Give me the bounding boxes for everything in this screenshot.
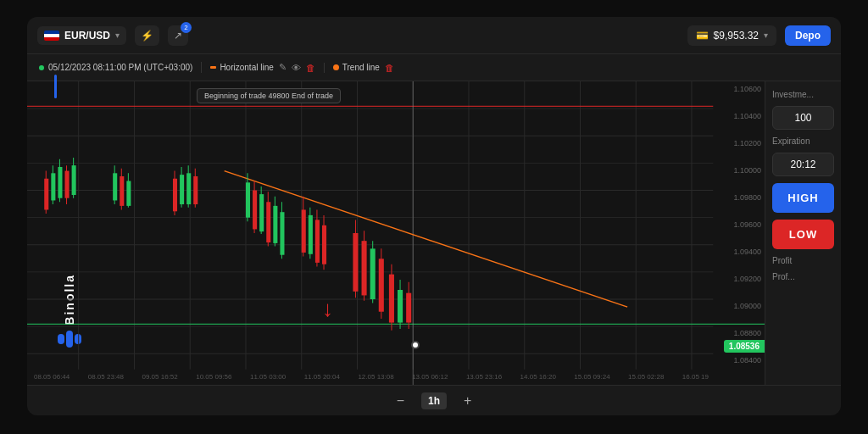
balance-value: $9,953.32 bbox=[714, 30, 759, 42]
time-9: 14.05 16:20 bbox=[520, 373, 556, 381]
live-dot bbox=[39, 65, 44, 70]
price-label-3: 1.10000 bbox=[719, 166, 761, 175]
svg-rect-53 bbox=[246, 182, 250, 217]
xaxis: 08.05 06:44 08.05 23:48 09.05 16:52 10.0… bbox=[27, 368, 715, 385]
high-button[interactable]: HIGH bbox=[772, 183, 834, 213]
chart-area: Beginning of trade 49800 End of trade ↓ … bbox=[27, 81, 765, 385]
svg-rect-31 bbox=[51, 173, 55, 200]
balance-chevron: ▾ bbox=[764, 31, 768, 40]
price-label-7: 1.09200 bbox=[719, 275, 761, 283]
pair-selector[interactable]: EUR/USD ▾ bbox=[37, 26, 126, 45]
trash-icon[interactable]: 🗑 bbox=[306, 63, 315, 73]
svg-line-28 bbox=[225, 171, 627, 308]
tool-group-hline: Horizontal line ✎ 👁 🗑 bbox=[201, 62, 314, 73]
investment-input[interactable]: 100 bbox=[772, 106, 834, 130]
tline-label: Trend line bbox=[333, 63, 380, 72]
time-6: 12.05 13:08 bbox=[358, 373, 393, 381]
price-label-10: 1.08400 bbox=[719, 356, 761, 364]
time-11: 15.05 02:28 bbox=[628, 373, 664, 381]
time-12: 16.05 19 bbox=[682, 373, 709, 381]
price-label-4: 1.09800 bbox=[719, 193, 761, 202]
price-label-2: 1.10200 bbox=[719, 139, 761, 147]
svg-rect-33 bbox=[58, 167, 62, 198]
timeframe-minus[interactable]: − bbox=[393, 393, 408, 409]
chevron-down-icon: ▾ bbox=[115, 31, 120, 40]
time-5: 11.05 20:04 bbox=[304, 373, 340, 381]
edit-icon[interactable]: ✎ bbox=[279, 62, 287, 73]
price-label-5: 1.09600 bbox=[719, 220, 761, 229]
time-0: 08.05 06:44 bbox=[34, 373, 70, 381]
price-label-6: 1.09400 bbox=[719, 248, 761, 256]
main-area: EUR/USD ▾ ⚡ ↗ 2 💳 $9,953.32 ▾ Depo 0 bbox=[27, 17, 841, 415]
timeframe-bar: − 1h + bbox=[27, 385, 841, 415]
price-label-0: 1.10600 bbox=[719, 85, 761, 93]
tline-trash-icon[interactable]: 🗑 bbox=[385, 63, 394, 73]
eye-icon[interactable]: 👁 bbox=[292, 63, 301, 73]
pair-label: EUR/USD bbox=[64, 30, 110, 42]
profit-label: Profit bbox=[772, 256, 834, 265]
investment-label: Investme... bbox=[772, 90, 834, 99]
price-label-8: 1.09000 bbox=[719, 302, 761, 310]
time-10: 15.05 09:24 bbox=[574, 373, 609, 381]
time-8: 13.05 23:16 bbox=[466, 373, 502, 381]
chart-svg bbox=[27, 81, 765, 385]
timeframe-1h[interactable]: 1h bbox=[421, 392, 447, 409]
chart-content: Beginning of trade 49800 End of trade ↓ … bbox=[27, 81, 841, 385]
tline-dot bbox=[333, 64, 339, 70]
down-arrow: ↓ bbox=[322, 298, 333, 320]
eur-flag bbox=[44, 31, 59, 41]
yaxis: 1.10600 1.10400 1.10200 1.10000 1.09800 … bbox=[715, 81, 765, 368]
datetime-text: 05/12/2023 08:11:00 PM (UTC+03:00) bbox=[48, 63, 192, 72]
time-2: 09.05 16:52 bbox=[142, 373, 177, 381]
price-label-9: 1.08800 bbox=[719, 329, 761, 337]
low-button[interactable]: LOW bbox=[772, 220, 834, 249]
chart-icon: ⚡ bbox=[141, 30, 153, 42]
wallet-icon: 💳 bbox=[696, 30, 709, 42]
time-3: 10.05 09:56 bbox=[196, 373, 231, 381]
hline-label: Horizontal line bbox=[210, 63, 273, 72]
price-label-1: 1.10400 bbox=[719, 112, 761, 120]
tooltip-text: Beginning of trade 49800 End of trade bbox=[204, 92, 333, 100]
svg-rect-43 bbox=[126, 181, 131, 205]
balance-display[interactable]: 💳 $9,953.32 ▾ bbox=[687, 25, 776, 46]
tool-group-tline: Trend line 🗑 bbox=[324, 63, 394, 73]
time-4: 11.05 03:00 bbox=[250, 373, 286, 381]
time-1: 08.05 23:48 bbox=[88, 373, 124, 381]
tools-badge: 2 bbox=[181, 22, 192, 33]
datetime-display: 05/12/2023 08:11:00 PM (UTC+03:00) bbox=[39, 63, 192, 72]
trade-tooltip: Beginning of trade 49800 End of trade bbox=[197, 88, 341, 103]
time-7: 13.05 06:12 bbox=[412, 373, 448, 381]
hline-dot bbox=[210, 66, 216, 69]
expiration-label: Expiration bbox=[772, 136, 834, 146]
chart-toolbar: 05/12/2023 08:11:00 PM (UTC+03:00) Horiz… bbox=[27, 54, 841, 81]
right-panel: Investme... 100 Expiration 20:12 HIGH LO… bbox=[765, 81, 841, 385]
profit-sub-label: Prof... bbox=[772, 272, 834, 281]
expiration-input[interactable]: 20:12 bbox=[772, 153, 834, 176]
tools-button[interactable]: ↗ 2 bbox=[168, 25, 188, 46]
timeframe-plus[interactable]: + bbox=[460, 393, 475, 409]
indicators-button[interactable]: ⚡ bbox=[135, 25, 159, 46]
svg-rect-47 bbox=[180, 175, 184, 204]
topbar: EUR/USD ▾ ⚡ ↗ 2 💳 $9,953.32 ▾ Depo bbox=[27, 17, 841, 54]
svg-rect-37 bbox=[72, 165, 76, 195]
deposit-button[interactable]: Depo bbox=[785, 25, 831, 46]
price-dot bbox=[411, 341, 420, 349]
